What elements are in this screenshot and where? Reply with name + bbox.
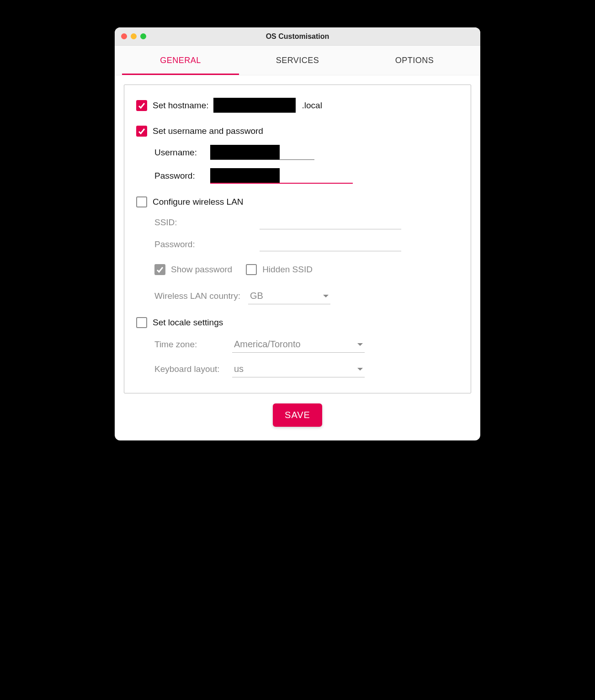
wlan-row: Configure wireless LAN [136,196,459,207]
keyboard-row: Keyboard layout: us [136,361,459,377]
wlan-country-value: GB [250,291,263,301]
close-button[interactable] [121,33,127,39]
wlan-country-row: Wireless LAN country: GB [136,288,459,304]
chevron-down-icon [323,295,329,297]
userpass-row: Set username and password [136,126,459,137]
tab-general[interactable]: GENERAL [122,46,239,75]
save-row: SAVE [124,393,471,427]
password-label: Password: [154,171,205,181]
configure-wlan-checkbox[interactable] [136,196,147,207]
wlan-password-row: Password: [136,238,459,251]
ssid-input[interactable] [260,216,401,229]
keyboard-value: us [234,364,244,374]
ssid-row: SSID: [136,216,459,229]
chevron-down-icon [357,343,363,346]
set-userpass-checkbox[interactable] [136,126,147,137]
tab-options[interactable]: OPTIONS [356,46,473,75]
username-row: Username: [136,145,459,160]
wlan-country-label: Wireless LAN country: [154,291,244,301]
set-hostname-label: Set hostname: [153,101,209,111]
ssid-label: SSID: [154,217,205,228]
save-button[interactable]: SAVE [273,403,322,427]
locale-row: Set locale settings [136,317,459,328]
set-locale-checkbox[interactable] [136,317,147,328]
wlan-password-input[interactable] [260,238,401,251]
timezone-label: Time zone: [154,339,228,350]
hostname-suffix: .local [302,101,322,111]
set-userpass-label: Set username and password [153,126,263,136]
hostname-input[interactable] [213,98,296,112]
timezone-row: Time zone: America/Toronto [136,336,459,353]
password-input[interactable] [210,168,280,183]
chevron-down-icon [357,368,363,371]
check-icon [156,266,164,273]
check-icon [138,102,145,109]
window-controls [121,33,146,39]
timezone-dropdown[interactable]: America/Toronto [232,336,365,353]
maximize-button[interactable] [140,33,146,39]
hidden-ssid-checkbox[interactable] [246,264,257,275]
window-title: OS Customisation [115,32,480,41]
configure-wlan-label: Configure wireless LAN [153,197,244,207]
show-password-checkbox[interactable] [154,264,165,275]
tab-bar: GENERAL SERVICES OPTIONS [115,46,480,75]
wlan-password-label: Password: [154,239,205,249]
set-locale-label: Set locale settings [153,318,223,328]
hostname-row: Set hostname: .local [136,98,459,113]
timezone-value: America/Toronto [234,339,301,350]
keyboard-label: Keyboard layout: [154,364,228,374]
general-panel: Set hostname: .local Set username and pa… [124,85,471,393]
show-password-label: Show password [171,265,232,275]
password-input-wrap [210,168,353,184]
password-row: Password: [136,168,459,184]
set-hostname-checkbox[interactable] [136,100,147,111]
username-label: Username: [154,148,205,158]
tab-services[interactable]: SERVICES [239,46,356,75]
keyboard-dropdown[interactable]: us [232,361,365,377]
titlebar: OS Customisation [115,27,480,46]
content: Set hostname: .local Set username and pa… [115,75,480,440]
username-input[interactable] [210,145,280,159]
hostname-input-wrap [213,98,296,113]
os-customisation-window: OS Customisation GENERAL SERVICES OPTION… [115,27,480,440]
wlan-options-row: Show password Hidden SSID [136,264,459,275]
wlan-country-dropdown[interactable]: GB [248,288,330,304]
username-input-wrap [210,145,314,160]
hidden-ssid-label: Hidden SSID [262,265,313,275]
minimize-button[interactable] [131,33,137,39]
check-icon [138,127,145,135]
